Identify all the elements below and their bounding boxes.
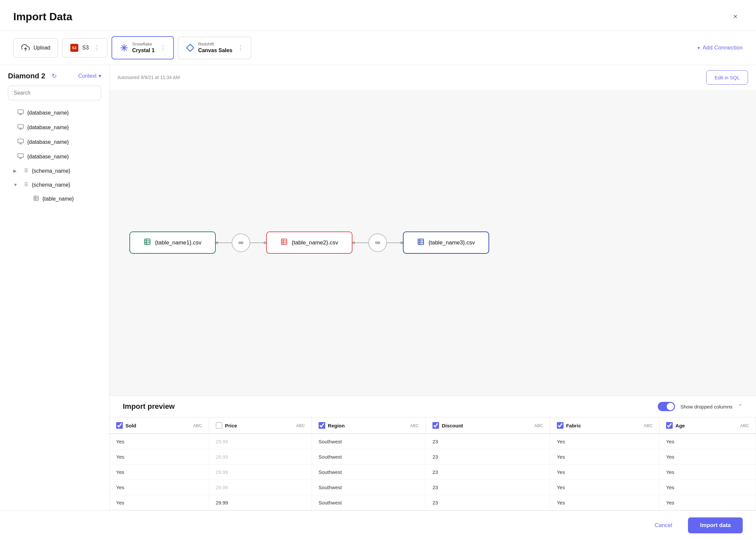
upload-tab-label: Upload: [34, 45, 51, 51]
redshift-tab-text: Redshift Canvas Sales: [198, 42, 232, 54]
add-connection-chevron: ▾: [698, 45, 700, 51]
show-dropped-toggle[interactable]: [658, 402, 675, 411]
svg-rect-9: [18, 124, 24, 128]
join-node-2[interactable]: [369, 233, 387, 252]
s3-tab-more[interactable]: ⋮: [94, 44, 100, 52]
redshift-tab-more[interactable]: ⋮: [238, 44, 244, 52]
edit-sql-button[interactable]: Edit in SQL: [706, 70, 748, 85]
upload-icon: [21, 43, 30, 53]
svg-point-44: [376, 242, 378, 244]
cell-region-0: Southwest: [312, 434, 425, 449]
node2-icon: [280, 238, 288, 247]
table-row-1: Yes 29.99 Southwest 23 Yes Yes: [110, 449, 756, 465]
cell-discount-4: 23: [426, 495, 550, 510]
cell-sold-0: Yes: [110, 434, 209, 449]
modal-footer: Cancel Import data: [0, 510, 756, 540]
svg-marker-5: [186, 44, 194, 52]
table-item-1[interactable]: {table_name}: [3, 192, 107, 206]
context-label: Context: [78, 73, 97, 79]
table-header-row: Sold ABC Price: [110, 417, 756, 434]
schema-expand-1: ▶: [13, 168, 19, 173]
cell-fabric-0: Yes: [550, 434, 659, 449]
flow-node-2[interactable]: {table_name2}.csv: [266, 231, 353, 254]
cell-sold-1: Yes: [110, 449, 209, 465]
schema-item-1[interactable]: ▶ {schema_name}: [3, 164, 107, 178]
flow-node-1[interactable]: {table_name1}.csv: [129, 231, 216, 254]
tree-list: {database_name} {database_name} {d: [0, 106, 109, 504]
preview-title: Import preview: [123, 402, 174, 411]
cell-price-1: 29.99: [209, 449, 312, 465]
add-connection-button[interactable]: ▾ Add Connection: [698, 45, 743, 51]
table-row-3: Yes 29.99 Southwest 23 Yes Yes: [110, 480, 756, 495]
database-name-3: {database_name}: [27, 139, 69, 145]
cell-region-4: Southwest: [312, 495, 425, 510]
sold-checkbox[interactable]: [116, 422, 123, 429]
database-name-1: {database_name}: [27, 110, 69, 116]
right-panel: Autosaved 8/9/21 at 11:34 AM Edit in SQL…: [110, 65, 756, 510]
context-button[interactable]: Context ▾: [78, 73, 101, 79]
flow-connector-1: [216, 233, 266, 252]
cell-region-2: Southwest: [312, 465, 425, 480]
cell-price-4: 29.99: [209, 495, 312, 510]
database-name-2: {database_name}: [27, 125, 69, 131]
redshift-tab-type: Redshift: [198, 42, 232, 47]
table-row-4: Yes 29.99 Southwest 23 Yes Yes: [110, 495, 756, 510]
cell-age-4: Yes: [659, 495, 756, 510]
database-item-1[interactable]: {database_name}: [3, 106, 107, 120]
redshift-icon: [185, 43, 195, 53]
fabric-checkbox[interactable]: [557, 422, 564, 429]
search-input[interactable]: [8, 86, 101, 100]
database-item-2[interactable]: {database_name}: [3, 120, 107, 135]
col-name-age: Age: [675, 423, 685, 428]
connector-dot-1b: [264, 241, 266, 244]
svg-rect-40: [281, 239, 287, 245]
cell-discount-3: 23: [426, 480, 550, 495]
connector-line-2a: [355, 242, 369, 243]
svg-point-38: [239, 242, 241, 244]
canvas: {table_name1}.csv: [110, 90, 756, 396]
import-data-modal: Import Data × Upload S3 S3 ⋮: [0, 0, 756, 540]
svg-rect-15: [18, 153, 24, 157]
preview-table: Sold ABC Price: [110, 417, 756, 510]
col-type-discount: ABC: [534, 423, 543, 428]
snowflake-tab-more[interactable]: ⋮: [160, 44, 166, 52]
database-item-4[interactable]: {database_name}: [3, 149, 107, 164]
flow-node-3-label: {table_name3}.csv: [428, 239, 475, 246]
snowflake-tab-name: Crystal 1: [132, 47, 155, 54]
schema-item-2[interactable]: ▼ {schema_name}: [3, 178, 107, 192]
age-checkbox[interactable]: [666, 422, 673, 429]
cell-price-2: 29.99: [209, 465, 312, 480]
svg-rect-6: [18, 110, 24, 114]
discount-checkbox[interactable]: [432, 422, 439, 429]
collapse-preview-button[interactable]: ⌃: [738, 403, 743, 410]
price-checkbox[interactable]: [216, 422, 222, 429]
import-button[interactable]: Import data: [688, 517, 743, 533]
cancel-button[interactable]: Cancel: [644, 517, 683, 533]
connection-tab-upload[interactable]: Upload: [13, 38, 58, 58]
refresh-icon[interactable]: ↻: [52, 72, 57, 80]
connection-tab-redshift[interactable]: Redshift Canvas Sales ⋮: [178, 37, 251, 59]
col-type-price: ABC: [296, 423, 305, 428]
cell-fabric-3: Yes: [550, 480, 659, 495]
toggle-knob: [667, 403, 674, 410]
cell-price-0: 29.99: [209, 434, 312, 449]
database-item-3[interactable]: {database_name}: [3, 135, 107, 149]
svg-rect-46: [418, 239, 424, 245]
connection-tab-s3[interactable]: S3 S3 ⋮: [62, 38, 108, 58]
region-checkbox[interactable]: [319, 422, 325, 429]
col-type-region: ABC: [410, 423, 419, 428]
connector-dot-2a: [353, 241, 355, 244]
db-icon-2: [17, 124, 24, 132]
connector-line-2b: [387, 242, 400, 243]
context-chevron: ▾: [99, 73, 101, 79]
s3-icon: S3: [70, 43, 79, 53]
table-icon-1: [33, 195, 39, 202]
cell-fabric-4: Yes: [550, 495, 659, 510]
db-icon-1: [17, 109, 24, 117]
connection-tab-snowflake[interactable]: Snowflake Crystal 1 ⋮: [112, 36, 174, 60]
close-button[interactable]: ×: [728, 9, 743, 24]
flow-node-3[interactable]: {table_name3}.csv: [403, 231, 489, 254]
col-header-sold: Sold ABC: [110, 417, 209, 434]
join-node-1[interactable]: [232, 233, 250, 252]
svg-rect-12: [18, 139, 24, 143]
